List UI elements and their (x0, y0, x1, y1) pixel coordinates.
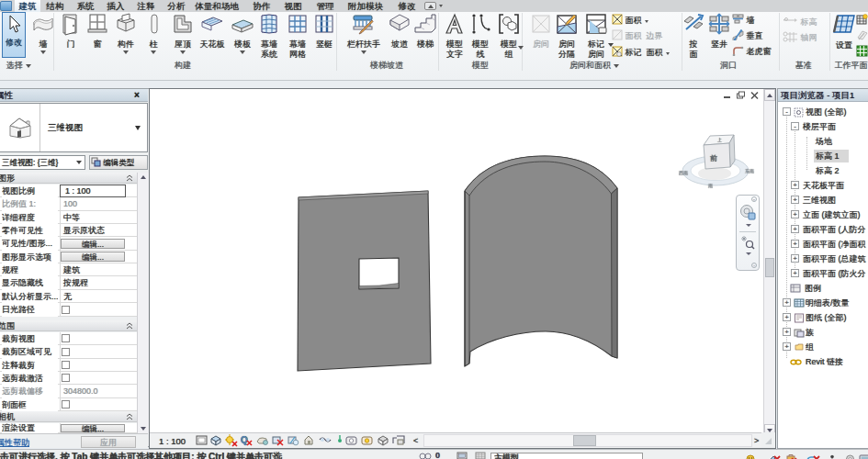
svg-text:东南: 东南 (745, 168, 754, 174)
svg-text:上: 上 (717, 137, 722, 142)
svg-text:Q: Q (241, 435, 248, 445)
svg-text:前: 前 (710, 154, 717, 162)
svg-text:南: 南 (708, 183, 713, 188)
svg-text:西南: 西南 (679, 170, 688, 176)
